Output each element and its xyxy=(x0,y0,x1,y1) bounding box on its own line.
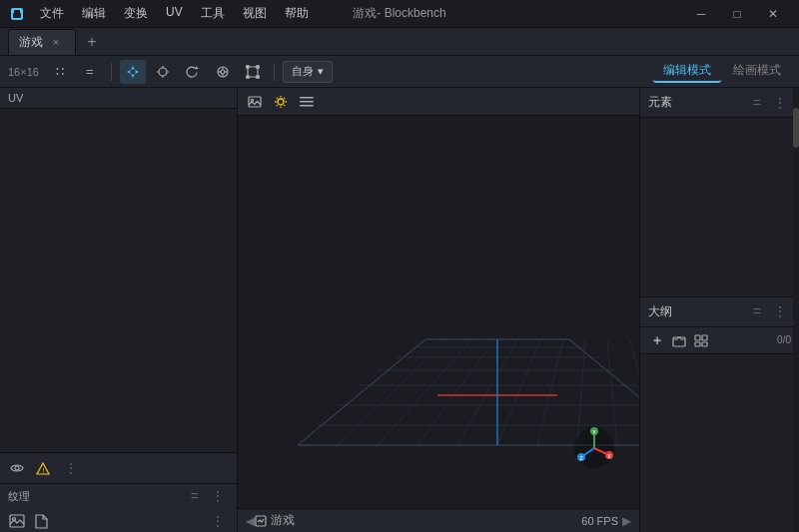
add-tab-button[interactable]: + xyxy=(80,30,104,54)
uv-bottom: ! ⋮ 纹理 = ⋮ xyxy=(0,452,237,532)
toolbar: 16×16 ∷ = xyxy=(0,56,799,88)
menu-uv[interactable]: UV xyxy=(158,3,191,24)
svg-point-18 xyxy=(246,65,249,68)
viewport-tab-label: 游戏 xyxy=(255,512,295,529)
svg-rect-40 xyxy=(300,105,314,107)
fps-display: 60 FPS xyxy=(581,515,618,527)
viewport-canvas[interactable]: Y X Z xyxy=(238,116,639,508)
equals-button[interactable]: = xyxy=(77,60,103,84)
menu-help[interactable]: 帮助 xyxy=(277,3,317,24)
svg-rect-80 xyxy=(702,335,707,340)
rotate-tool-button[interactable] xyxy=(180,60,206,84)
outline-menu-dots[interactable]: ⋮ xyxy=(769,303,791,319)
svg-rect-27 xyxy=(249,97,261,107)
elements-menu-dots[interactable]: ⋮ xyxy=(769,95,791,111)
svg-point-19 xyxy=(256,65,259,68)
texture-menu-equals[interactable]: = xyxy=(187,488,203,504)
right-panel: 元素 = ⋮ 大纲 = ⋮ + xyxy=(639,88,799,532)
outline-count: 0/0 xyxy=(777,334,791,345)
svg-rect-25 xyxy=(10,515,24,527)
svg-line-35 xyxy=(284,105,285,106)
move-tool-button[interactable] xyxy=(120,60,146,84)
svg-line-37 xyxy=(277,105,278,106)
svg-rect-38 xyxy=(300,97,314,99)
texture-panel-menu[interactable]: ⋮ xyxy=(207,513,229,529)
separator-1 xyxy=(111,63,112,81)
svg-text:!: ! xyxy=(43,466,45,473)
svg-marker-10 xyxy=(196,66,199,69)
svg-rect-78 xyxy=(673,337,685,346)
texture-file-icon[interactable] xyxy=(32,512,50,530)
outline-header: 大纲 = ⋮ xyxy=(640,296,799,327)
svg-rect-17 xyxy=(248,67,258,77)
outline-group-button[interactable] xyxy=(670,331,688,349)
uv-canvas[interactable] xyxy=(0,109,237,452)
nav-left-button[interactable]: ◀ xyxy=(246,514,255,528)
minimize-button[interactable]: ─ xyxy=(683,0,719,28)
axis-gizmo: Y X Z xyxy=(569,423,619,473)
texture-label: 纹理 = ⋮ xyxy=(0,484,237,508)
resize-tool-button[interactable] xyxy=(240,60,266,84)
menu-tools[interactable]: 工具 xyxy=(193,3,233,24)
menu-view[interactable]: 视图 xyxy=(235,3,275,24)
edit-mode-button[interactable]: 编辑模式 xyxy=(653,60,721,83)
viewport-menu-icon[interactable] xyxy=(296,91,318,113)
svg-point-29 xyxy=(278,99,284,105)
tab-close-button[interactable]: × xyxy=(49,35,63,49)
outline-add-button[interactable]: + xyxy=(648,331,666,349)
elements-header: 元素 = ⋮ xyxy=(640,88,799,118)
eye-icon[interactable] xyxy=(8,459,26,477)
svg-point-21 xyxy=(256,75,259,78)
elements-body[interactable] xyxy=(640,118,799,296)
game-tab[interactable]: 游戏 × xyxy=(8,29,76,55)
paint-mode-button[interactable]: 绘画模式 xyxy=(723,60,791,83)
viewport[interactable]: Y X Z ◀ 游戏 xyxy=(238,88,639,532)
viewport-toolbar xyxy=(238,88,639,116)
svg-point-5 xyxy=(159,68,167,76)
warning-icon[interactable]: ! xyxy=(34,459,52,477)
pivot-tool-button[interactable] xyxy=(210,60,236,84)
dropdown-arrow: ▾ xyxy=(318,65,324,78)
outline-tools: + xyxy=(648,331,710,349)
viewport-bottom: ◀ 游戏 60 FPS ▶ xyxy=(238,508,639,532)
separator-2 xyxy=(274,63,275,81)
viewport-light-icon[interactable] xyxy=(270,91,292,113)
viewport-image-icon[interactable] xyxy=(244,91,266,113)
aspect-button[interactable]: ∷ xyxy=(47,60,73,84)
uv-label: UV xyxy=(0,88,237,109)
texture-image-icon[interactable] xyxy=(8,512,26,530)
outline-menu-equals[interactable]: = xyxy=(749,303,765,319)
outline-body[interactable] xyxy=(640,354,799,533)
right-scrollbar-thumb[interactable] xyxy=(793,108,799,148)
left-panel: UV ! ⋮ 纹理 xyxy=(0,88,238,532)
svg-point-20 xyxy=(246,75,249,78)
svg-rect-82 xyxy=(702,342,707,346)
svg-rect-79 xyxy=(695,335,700,340)
self-dropdown[interactable]: 自身 ▾ xyxy=(283,61,333,83)
outline-ungroup-button[interactable] xyxy=(692,331,710,349)
svg-point-28 xyxy=(251,99,253,101)
svg-marker-4 xyxy=(127,70,139,74)
elements-menu-equals[interactable]: = xyxy=(749,95,765,111)
close-button[interactable]: ✕ xyxy=(755,0,791,28)
svg-rect-2 xyxy=(14,10,20,14)
left-panel-resize-handle[interactable] xyxy=(233,88,237,532)
texture-menu-dots[interactable]: ⋮ xyxy=(207,488,229,504)
svg-line-34 xyxy=(277,97,278,98)
nav-right-button[interactable]: ▶ xyxy=(622,514,631,528)
transform-tool-button[interactable] xyxy=(150,60,176,84)
svg-point-12 xyxy=(221,70,225,74)
svg-text:Z: Z xyxy=(579,455,582,461)
menu-file[interactable]: 文件 xyxy=(32,3,72,24)
app-icon xyxy=(8,5,26,23)
right-scrollbar[interactable] xyxy=(793,88,799,532)
menu-edit[interactable]: 编辑 xyxy=(74,3,114,24)
texture-icons: ⋮ xyxy=(0,508,237,532)
outline-label: 大纲 xyxy=(648,303,672,320)
menu-transform[interactable]: 变换 xyxy=(116,3,156,24)
svg-rect-81 xyxy=(695,342,700,346)
maximize-button[interactable]: □ xyxy=(719,0,755,28)
main-area: UV ! ⋮ 纹理 xyxy=(0,88,799,532)
uv-panel-menu[interactable]: ⋮ xyxy=(60,460,82,476)
svg-point-22 xyxy=(15,466,19,470)
